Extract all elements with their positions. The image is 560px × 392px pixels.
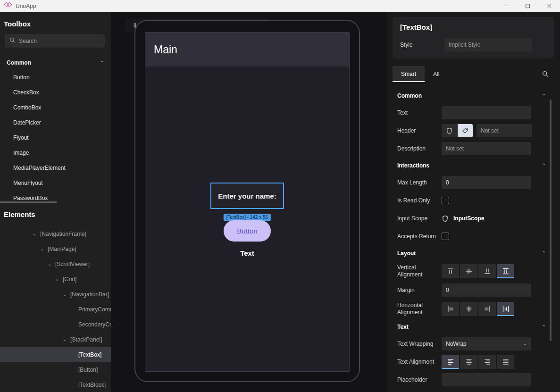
description-label: Description — [397, 145, 442, 152]
tree-item-grid[interactable]: ⌄ [Grid] — [0, 272, 111, 287]
chevron-up-icon[interactable]: ⌃ — [100, 60, 104, 66]
tree-item-button[interactable]: [Button] — [0, 362, 111, 377]
tab-smart[interactable]: Smart — [393, 66, 425, 82]
style-input[interactable] — [444, 38, 532, 51]
toolbox-section-common[interactable]: Common ⌃ — [0, 56, 111, 70]
search-input[interactable] — [19, 38, 90, 44]
toolbox-item-image[interactable]: Image — [0, 145, 111, 160]
style-label: Style — [400, 42, 444, 49]
tree-item-primarycommands[interactable]: PrimaryCommands — [0, 302, 111, 317]
chevron-down-icon[interactable]: ⌄ — [31, 232, 38, 236]
is-read-only-checkbox[interactable] — [442, 197, 449, 204]
section-common[interactable]: Common ⌃ — [387, 88, 560, 104]
minimize-icon — [502, 2, 510, 9]
stretch-vertical-button[interactable] — [497, 264, 514, 278]
preview-textbox-selected[interactable]: Enter your name: — [210, 183, 284, 209]
tree-item-stackpanel[interactable]: ⌄ [StackPanel] — [0, 332, 111, 347]
preview-button[interactable]: Button — [224, 220, 271, 242]
chevron-up-icon[interactable]: ⌃ — [542, 325, 546, 329]
style-row: Style — [400, 38, 547, 51]
placeholder-label: Placeholder — [397, 376, 442, 384]
accepts-return-checkbox[interactable] — [442, 233, 449, 240]
tree-item-mainpage[interactable]: ⌄ [MainPage] — [0, 242, 111, 257]
header-resource-button[interactable] — [442, 124, 457, 137]
chevron-up-icon[interactable]: ⌃ — [542, 93, 546, 98]
chevron-down-icon[interactable]: ⌄ — [61, 292, 68, 297]
row-placeholder: Placeholder — [387, 371, 560, 389]
tree-item-label: [NavigationBar] — [70, 291, 109, 298]
toolbox-item-passwordbox[interactable]: PasswordBox — [0, 191, 111, 206]
preview-textblock[interactable]: Text — [240, 249, 254, 257]
text-wrapping-value: NoWrap — [446, 341, 467, 347]
tree-item-label: [Button] — [78, 367, 98, 373]
text-align-right-button[interactable] — [478, 355, 496, 369]
minimize-button[interactable] — [495, 0, 517, 12]
toolbox-title: Toolbox — [4, 20, 31, 28]
left-sidebar: Toolbox Common ⌃ Button CheckBox ComboBo… — [0, 12, 111, 392]
tree-item-navigationbar[interactable]: ⌄ [NavigationBar] — [0, 287, 111, 302]
tab-all[interactable]: All — [425, 66, 448, 82]
input-scope-value[interactable]: InputScope — [453, 215, 484, 222]
section-text[interactable]: Text ⌃ — [387, 319, 560, 335]
tree-item-navigationframe[interactable]: ⌄ [NavigationFrame] — [0, 226, 111, 242]
toolbox-item-datepicker[interactable]: DatePicker — [0, 115, 111, 130]
selected-element-card: [TextBox] Style — [393, 17, 554, 58]
text-align-center-button[interactable] — [460, 355, 477, 369]
align-bottom-button[interactable] — [478, 264, 496, 278]
header-literal-button[interactable] — [458, 124, 473, 137]
toolbox-item-checkbox[interactable]: CheckBox — [0, 85, 111, 100]
input-scope-label: Input Scope — [397, 215, 442, 222]
stretch-horizontal-button[interactable] — [497, 302, 514, 316]
margin-input[interactable] — [442, 284, 531, 297]
row-text: Text — [387, 104, 560, 122]
chevron-up-icon[interactable]: ⌃ — [542, 251, 546, 256]
description-input[interactable] — [442, 142, 531, 155]
chevron-down-icon[interactable]: ⌄ — [61, 337, 68, 342]
text-wrapping-dropdown[interactable]: NoWrap ⌄ — [442, 337, 531, 350]
selection-size-badge: [TextBox] - 142 x 56 — [224, 214, 271, 221]
shield-icon — [442, 215, 449, 222]
toolbox-section-label: Common — [7, 59, 31, 66]
section-interactions[interactable]: Interactions ⌃ — [387, 158, 560, 174]
section-common-title: Common — [397, 92, 422, 99]
align-center-horizontal-button[interactable] — [460, 302, 477, 316]
text-alignment-group — [442, 355, 514, 369]
align-top-button[interactable] — [442, 264, 459, 278]
max-length-input[interactable] — [442, 176, 531, 189]
align-left-button[interactable] — [442, 302, 459, 316]
app-preview-screen: Main Enter your name: [TextBox] - 142 x … — [145, 32, 350, 372]
text-input[interactable] — [442, 106, 531, 119]
toolbox-item-flyout[interactable]: Flyout — [0, 130, 111, 145]
stretch-horizontal-icon — [502, 305, 510, 313]
placeholder-input[interactable] — [442, 373, 531, 386]
maximize-icon — [524, 2, 531, 9]
align-right-button[interactable] — [478, 302, 496, 316]
text-align-left-button[interactable] — [442, 355, 459, 369]
toolbox-search[interactable] — [5, 34, 105, 48]
tree-item-scrollviewer[interactable]: ⌄ [ScrollViewer] — [0, 257, 111, 272]
toolbox-item-menuflyout[interactable]: MenuFlyout — [0, 175, 111, 191]
section-layout[interactable]: Layout ⌃ — [387, 245, 560, 261]
text-align-center-icon — [465, 358, 473, 366]
maximize-button[interactable] — [517, 0, 538, 12]
props-search-icon[interactable] — [542, 70, 549, 79]
chevron-down-icon[interactable]: ⌄ — [46, 262, 53, 267]
tree-item-label: [NavigationFrame] — [40, 231, 86, 237]
toolbox-item-combobox[interactable]: ComboBox — [0, 100, 111, 115]
toolbox-item-mediaplayerelement[interactable]: MediaPlayerElement — [0, 160, 111, 175]
tree-item-textbox-selected[interactable]: [TextBox] — [0, 347, 111, 362]
close-button[interactable] — [538, 0, 560, 12]
tree-item-label: [Grid] — [63, 276, 76, 283]
chevron-down-icon[interactable]: ⌄ — [39, 247, 45, 251]
toolbox-item-button[interactable]: Button — [0, 70, 111, 85]
header-input[interactable] — [476, 124, 532, 137]
props-vertical-scrollbar[interactable] — [550, 100, 552, 341]
tree-item-secondarycommands[interactable]: SecondaryCommands — [0, 317, 111, 332]
toolbox-horizontal-scrollbar[interactable] — [0, 201, 57, 203]
preview-navigationbar[interactable]: Main — [145, 33, 349, 67]
text-align-justify-button[interactable] — [497, 355, 514, 369]
tree-item-textblock[interactable]: [TextBlock] — [0, 377, 111, 392]
align-center-vertical-button[interactable] — [460, 264, 477, 278]
chevron-down-icon[interactable]: ⌄ — [54, 277, 60, 282]
chevron-up-icon[interactable]: ⌃ — [542, 163, 546, 168]
